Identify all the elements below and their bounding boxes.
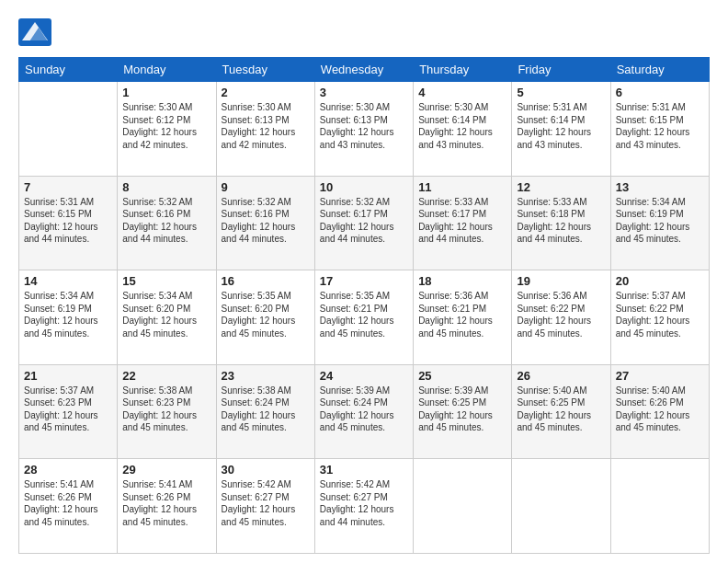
- calendar-cell: [610, 459, 709, 554]
- logo-icon: [18, 18, 51, 46]
- day-info: Sunrise: 5:30 AM Sunset: 6:14 PM Dayligh…: [418, 101, 506, 151]
- calendar-week-row: 21Sunrise: 5:37 AM Sunset: 6:23 PM Dayli…: [19, 364, 710, 459]
- day-info: Sunrise: 5:41 AM Sunset: 6:26 PM Dayligh…: [24, 478, 112, 528]
- calendar-cell: 23Sunrise: 5:38 AM Sunset: 6:24 PM Dayli…: [216, 364, 314, 459]
- calendar-cell: 24Sunrise: 5:39 AM Sunset: 6:24 PM Dayli…: [314, 364, 413, 459]
- day-info: Sunrise: 5:39 AM Sunset: 6:24 PM Dayligh…: [320, 385, 408, 434]
- day-info: Sunrise: 5:41 AM Sunset: 6:26 PM Dayligh…: [122, 478, 210, 528]
- calendar-cell: 13Sunrise: 5:34 AM Sunset: 6:19 PM Dayli…: [610, 176, 709, 270]
- day-info: Sunrise: 5:35 AM Sunset: 6:21 PM Dayligh…: [320, 290, 408, 339]
- day-info: Sunrise: 5:32 AM Sunset: 6:16 PM Dayligh…: [222, 196, 310, 246]
- day-number: 6: [616, 86, 704, 99]
- day-info: Sunrise: 5:42 AM Sunset: 6:27 PM Dayligh…: [320, 478, 408, 528]
- header-saturday: Saturday: [610, 58, 709, 82]
- calendar-cell: 8Sunrise: 5:32 AM Sunset: 6:16 PM Daylig…: [118, 176, 216, 270]
- calendar-cell: 1Sunrise: 5:30 AM Sunset: 6:12 PM Daylig…: [118, 82, 216, 177]
- calendar-cell: [512, 459, 610, 554]
- day-info: Sunrise: 5:33 AM Sunset: 6:18 PM Dayligh…: [517, 196, 605, 246]
- day-number: 10: [320, 180, 408, 194]
- calendar-cell: 3Sunrise: 5:30 AM Sunset: 6:13 PM Daylig…: [314, 82, 413, 177]
- day-number: 11: [418, 180, 506, 194]
- day-number: 21: [24, 369, 112, 383]
- day-info: Sunrise: 5:35 AM Sunset: 6:20 PM Dayligh…: [222, 290, 310, 339]
- day-info: Sunrise: 5:30 AM Sunset: 6:13 PM Dayligh…: [320, 101, 408, 151]
- day-number: 20: [616, 274, 704, 288]
- header-wednesday: Wednesday: [314, 58, 413, 82]
- day-number: 19: [517, 274, 605, 288]
- day-number: 27: [616, 369, 704, 383]
- calendar-cell: 10Sunrise: 5:32 AM Sunset: 6:17 PM Dayli…: [314, 176, 413, 270]
- day-info: Sunrise: 5:30 AM Sunset: 6:12 PM Dayligh…: [122, 101, 210, 151]
- day-number: 4: [418, 86, 506, 99]
- calendar-cell: 29Sunrise: 5:41 AM Sunset: 6:26 PM Dayli…: [118, 459, 216, 554]
- day-info: Sunrise: 5:37 AM Sunset: 6:23 PM Dayligh…: [24, 385, 112, 434]
- day-info: Sunrise: 5:38 AM Sunset: 6:24 PM Dayligh…: [222, 385, 310, 434]
- calendar-cell: 4Sunrise: 5:30 AM Sunset: 6:14 PM Daylig…: [414, 82, 512, 177]
- header-sunday: Sunday: [19, 58, 118, 82]
- day-number: 31: [320, 463, 408, 477]
- calendar-header-row: SundayMondayTuesdayWednesdayThursdayFrid…: [19, 58, 710, 82]
- day-number: 14: [24, 274, 112, 288]
- day-number: 5: [517, 86, 605, 99]
- calendar-week-row: 7Sunrise: 5:31 AM Sunset: 6:15 PM Daylig…: [19, 176, 710, 270]
- calendar-week-row: 14Sunrise: 5:34 AM Sunset: 6:19 PM Dayli…: [19, 270, 710, 365]
- day-info: Sunrise: 5:40 AM Sunset: 6:25 PM Dayligh…: [517, 385, 605, 434]
- day-info: Sunrise: 5:37 AM Sunset: 6:22 PM Dayligh…: [616, 290, 704, 339]
- day-number: 22: [122, 369, 210, 383]
- day-number: 17: [320, 274, 408, 288]
- day-number: 23: [222, 369, 310, 383]
- calendar-cell: 6Sunrise: 5:31 AM Sunset: 6:15 PM Daylig…: [610, 82, 709, 177]
- header-monday: Monday: [118, 58, 216, 82]
- day-number: 25: [418, 369, 506, 383]
- calendar-cell: 21Sunrise: 5:37 AM Sunset: 6:23 PM Dayli…: [19, 364, 118, 459]
- day-number: 18: [418, 274, 506, 288]
- calendar-week-row: 28Sunrise: 5:41 AM Sunset: 6:26 PM Dayli…: [19, 459, 710, 554]
- day-info: Sunrise: 5:40 AM Sunset: 6:26 PM Dayligh…: [616, 385, 704, 434]
- day-number: 16: [222, 274, 310, 288]
- calendar-cell: 16Sunrise: 5:35 AM Sunset: 6:20 PM Dayli…: [216, 270, 314, 365]
- header-tuesday: Tuesday: [216, 58, 314, 82]
- calendar-cell: [414, 459, 512, 554]
- calendar-cell: 26Sunrise: 5:40 AM Sunset: 6:25 PM Dayli…: [512, 364, 610, 459]
- day-number: 3: [320, 86, 408, 99]
- day-number: 8: [122, 180, 210, 194]
- calendar-cell: 30Sunrise: 5:42 AM Sunset: 6:27 PM Dayli…: [216, 459, 314, 554]
- day-info: Sunrise: 5:39 AM Sunset: 6:25 PM Dayligh…: [418, 385, 506, 434]
- calendar-cell: [19, 82, 118, 177]
- day-info: Sunrise: 5:34 AM Sunset: 6:19 PM Dayligh…: [616, 196, 704, 246]
- header: [18, 18, 710, 46]
- day-info: Sunrise: 5:42 AM Sunset: 6:27 PM Dayligh…: [222, 478, 310, 528]
- calendar-cell: 9Sunrise: 5:32 AM Sunset: 6:16 PM Daylig…: [216, 176, 314, 270]
- day-info: Sunrise: 5:38 AM Sunset: 6:23 PM Dayligh…: [122, 385, 210, 434]
- calendar-cell: 11Sunrise: 5:33 AM Sunset: 6:17 PM Dayli…: [414, 176, 512, 270]
- calendar-cell: 2Sunrise: 5:30 AM Sunset: 6:13 PM Daylig…: [216, 82, 314, 177]
- day-info: Sunrise: 5:34 AM Sunset: 6:20 PM Dayligh…: [122, 290, 210, 339]
- day-info: Sunrise: 5:34 AM Sunset: 6:19 PM Dayligh…: [24, 290, 112, 339]
- calendar-cell: 17Sunrise: 5:35 AM Sunset: 6:21 PM Dayli…: [314, 270, 413, 365]
- day-info: Sunrise: 5:32 AM Sunset: 6:17 PM Dayligh…: [320, 196, 408, 246]
- day-info: Sunrise: 5:36 AM Sunset: 6:22 PM Dayligh…: [517, 290, 605, 339]
- calendar-cell: 18Sunrise: 5:36 AM Sunset: 6:21 PM Dayli…: [414, 270, 512, 365]
- calendar-cell: 22Sunrise: 5:38 AM Sunset: 6:23 PM Dayli…: [118, 364, 216, 459]
- day-number: 15: [122, 274, 210, 288]
- day-info: Sunrise: 5:36 AM Sunset: 6:21 PM Dayligh…: [418, 290, 506, 339]
- logo: [18, 18, 55, 46]
- day-number: 9: [222, 180, 310, 194]
- day-number: 28: [24, 463, 112, 477]
- calendar-cell: 19Sunrise: 5:36 AM Sunset: 6:22 PM Dayli…: [512, 270, 610, 365]
- calendar-cell: 5Sunrise: 5:31 AM Sunset: 6:14 PM Daylig…: [512, 82, 610, 177]
- day-info: Sunrise: 5:33 AM Sunset: 6:17 PM Dayligh…: [418, 196, 506, 246]
- calendar-cell: 25Sunrise: 5:39 AM Sunset: 6:25 PM Dayli…: [414, 364, 512, 459]
- day-info: Sunrise: 5:31 AM Sunset: 6:15 PM Dayligh…: [616, 101, 704, 151]
- calendar-cell: 28Sunrise: 5:41 AM Sunset: 6:26 PM Dayli…: [19, 459, 118, 554]
- calendar-table: SundayMondayTuesdayWednesdayThursdayFrid…: [18, 57, 710, 554]
- header-friday: Friday: [512, 58, 610, 82]
- day-number: 29: [122, 463, 210, 477]
- day-info: Sunrise: 5:32 AM Sunset: 6:16 PM Dayligh…: [122, 196, 210, 246]
- day-number: 1: [122, 86, 210, 99]
- day-info: Sunrise: 5:30 AM Sunset: 6:13 PM Dayligh…: [222, 101, 310, 151]
- calendar-cell: 12Sunrise: 5:33 AM Sunset: 6:18 PM Dayli…: [512, 176, 610, 270]
- calendar-cell: 31Sunrise: 5:42 AM Sunset: 6:27 PM Dayli…: [314, 459, 413, 554]
- calendar-cell: 20Sunrise: 5:37 AM Sunset: 6:22 PM Dayli…: [610, 270, 709, 365]
- calendar-cell: 14Sunrise: 5:34 AM Sunset: 6:19 PM Dayli…: [19, 270, 118, 365]
